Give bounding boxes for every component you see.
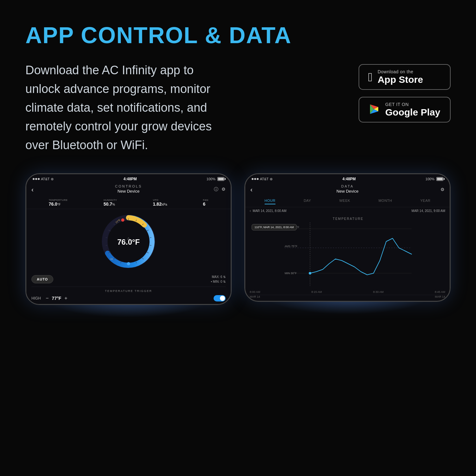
google-play-icon [368,103,380,116]
appstore-bottom-label: App Store [378,74,423,85]
auto-row: AUTO MAX: 6 ⇅ • MIN: 0 ⇅ [31,274,226,284]
apple-icon:  [368,71,373,83]
description-text: Download the AC Infinity app to unlock a… [25,61,228,154]
controls-phone-wrapper: AT&T ⊛ 4:48PM 100% ‹ [25,173,232,305]
data-status-bar: AT&T ⊛ 4:48PM 100% [245,174,450,182]
date-from: MAR 14, 2021, 8:00 AM [253,209,286,213]
svg-text:30: 30 [110,258,113,261]
data-settings-icon[interactable]: ⚙ [440,187,445,192]
data-status-left: AT&T ⊛ [252,177,273,181]
svg-text:76.0°F: 76.0°F [117,238,140,246]
chart-title: TEMPERATURE [250,217,446,221]
app-store-button[interactable]:  Download on the App Store [359,64,451,90]
temperature-stat: TEMPERTURE 76.0°F [49,199,68,207]
controls-time: 4:48PM [123,177,137,181]
controls-battery-pct: 100% [207,177,215,181]
battery-fill [218,178,224,180]
date-row: ‹ MAR 14, 2021, 8:00 AM MAR 14, 2021, 9:… [245,207,450,215]
gplay-text: GET IT ON Google Play [385,102,440,117]
signal-dots [33,178,40,180]
gauge-container: △ 76.0°F 77°F 30 [26,209,231,273]
fan-label: FAN [203,199,208,202]
trigger-plus[interactable]: + [64,295,67,301]
date-back-chevron[interactable]: ‹ [250,209,251,213]
appstore-top-label: Download on the [378,69,423,74]
data-app-subtitle: New Device [250,189,445,194]
fan-value: 6 [203,202,206,207]
auto-button[interactable]: AUTO [31,275,53,283]
appstore-text: Download on the App Store [378,69,423,85]
trigger-title: TEMPERATURE TRIGGER [31,289,226,293]
data-wifi-icon: ⊛ [270,177,273,181]
trigger-minus[interactable]: − [46,295,49,301]
data-app-header: ‹ DATA New Device ⚙ [245,182,450,196]
controls-phone-screen: AT&T ⊛ 4:48PM 100% ‹ [26,174,231,304]
humidity-label: HUMIDITY [103,199,117,202]
wifi-icon: ⊛ [51,177,54,181]
date-to: MAR 14, 2021, 9:00 AM [412,209,445,213]
tab-day[interactable]: DAY [304,199,311,204]
controls-carrier: AT&T [41,177,50,181]
chart-date-row: MAR 14 MAR 14 [245,295,450,301]
phones-row: AT&T ⊛ 4:48PM 100% ‹ [25,173,451,305]
chart-tooltip: 110°F, MAR 14, 2021, 8:00 AM [252,224,297,230]
trigger-name: HIGH [31,296,43,301]
time-label-1: 8:00 AM [250,290,260,294]
vpd-stat: VPD 1.82kPa [153,199,167,207]
tab-hour[interactable]: HOUR [265,199,275,204]
controls-bottom: AUTO MAX: 6 ⇅ • MIN: 0 ⇅ TEMPERATURE TRI… [26,273,231,304]
gplay-bottom-label: Google Play [385,107,440,117]
bottom-date-right: MAR 14 [435,295,445,298]
controls-status-bar: AT&T ⊛ 4:48PM 100% [26,174,231,182]
settings-icon[interactable]: ⚙ [221,187,226,192]
data-status-right: 100% [426,177,443,181]
controls-header-text: CONTROLS New Device [31,184,226,194]
data-phone-screen: AT&T ⊛ 4:48PM 100% ‹ [245,174,450,301]
data-signal-dots [252,178,259,180]
data-tabs-row: HOUR DAY WEEK MONTH YEAR [245,196,450,207]
controls-app-subtitle: New Device [31,189,226,194]
trigger-row: HIGH − 77°F + [31,295,226,301]
bottom-date-left: MAR 14 [250,295,260,298]
ddot2 [254,178,256,180]
tab-year[interactable]: YEAR [420,199,431,204]
fan-stat: FAN 6 [203,199,208,207]
tab-month[interactable]: MONTH [379,199,392,204]
min-label: • MIN: 0 ⇅ [211,279,226,284]
temperature-chart: MAX 120°F AVG 75°F MIN 30°F [250,222,446,286]
dot1 [33,178,35,180]
data-carrier: AT&T [260,177,268,181]
time-label-4: 8:45 AM [435,290,445,294]
chart-area: TEMPERATURE 110°F, MAR 14, 2021, 8:00 AM… [245,215,450,290]
max-label: MAX: 6 ⇅ [211,274,226,279]
back-button[interactable]: ‹ [31,186,34,193]
svg-point-21 [127,262,130,265]
store-buttons-container:  Download on the App Store [359,64,451,122]
dot3 [38,178,40,180]
info-icon[interactable]: ⓘ [214,187,218,192]
svg-text:AVG 75°F: AVG 75°F [285,245,297,248]
controls-stats-row: TEMPERTURE 76.0°F HUMIDITY 50.7% [26,196,231,209]
data-phone-wrapper: AT&T ⊛ 4:48PM 100% ‹ [244,173,451,302]
controls-header-icons: ⓘ ⚙ [214,187,226,192]
controls-app-header: ‹ CONTROLS New Device ⓘ ⚙ [26,182,231,196]
google-play-button[interactable]: GET IT ON Google Play [359,97,451,122]
chart-time-labels: 8:00 AM 8:15 AM 8:30 AM 8:45 AM [245,290,450,295]
controls-status-left: AT&T ⊛ [33,177,54,181]
trigger-value: 77°F [52,296,61,301]
toggle-switch[interactable] [214,295,226,301]
temp-value: 76.0°F [49,202,60,207]
data-battery-pct: 100% [426,177,434,181]
data-back-button[interactable]: ‹ [250,186,253,193]
toggle-knob [220,296,225,301]
gauge-svg: △ 76.0°F 77°F 30 [100,213,157,270]
svg-point-33 [309,272,311,274]
controls-phone-frame: AT&T ⊛ 4:48PM 100% ‹ [25,173,232,305]
trigger-section: TEMPERATURE TRIGGER HIGH − 77°F + [31,287,226,301]
data-phone-frame: AT&T ⊛ 4:48PM 100% ‹ [244,173,451,302]
tab-week[interactable]: WEEK [339,199,350,204]
ddot1 [252,178,254,180]
time-label-3: 8:30 AM [373,290,384,294]
temp-label: TEMPERTURE [49,199,68,202]
humidity-stat: HUMIDITY 50.7% [103,199,117,207]
